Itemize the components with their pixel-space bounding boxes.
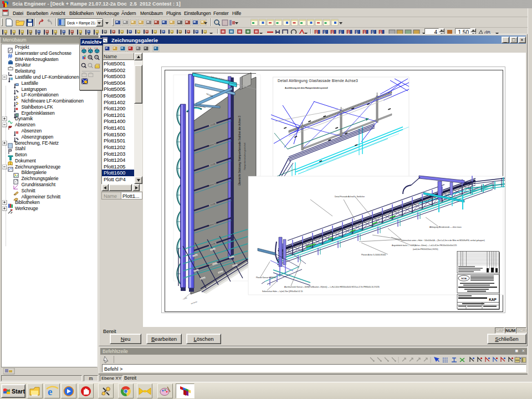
svg-text:(not6,0m IPE200/220x0,2 E255): (not6,0m IPE200/220x0,2 E255) xyxy=(413,248,438,250)
svg-text:Pfosten Konsue HEM100: Pfosten Konsue HEM100 xyxy=(256,277,276,279)
svg-text:y: y xyxy=(88,47,89,49)
svg-text:Pfosten Achse 3+50000,8/1400: Pfosten Achse 3+50000,8/1400 xyxy=(361,254,386,256)
svg-text:Angriebsbefe backe — h0kN(Achs: Angriebsbefe backe — h0kN(Achse +50mm) —… xyxy=(392,244,457,247)
svg-text:KAP: KAP xyxy=(489,298,497,301)
svg-text:Detail Fussade Achse3 + Seitli: Detail Fussade Achse3 + Seitlicher xyxy=(335,196,365,198)
svg-text:Übersicht Stützung Rampenfassa: Übersicht Stützung Rampenfassade Süd bei… xyxy=(238,116,241,186)
svg-text:Abfängung Blendenende — ohne m: Abfängung Blendenende — ohne mass xyxy=(429,226,462,228)
svg-text:Ausführung mit dem Rampenbinde: Ausführung mit dem Rampenbindersystem2 xyxy=(285,87,328,89)
svg-text:Seitenschutz anten + Holm ~ 10: Seitenschutz anten + Holm ~ 100x100x4,A … xyxy=(401,239,485,242)
svg-text:x: x xyxy=(81,47,83,49)
svg-text:SCIA: SCIA xyxy=(461,277,467,280)
svg-text:Detail Abfängung Glasfassade B: Detail Abfängung Glasfassade Blende Achs… xyxy=(278,79,358,83)
svg-text:Rampenkonstruktion gestrichelt: Rampenkonstruktion gestrichelt xyxy=(244,142,246,170)
svg-text:Seltenschutz Holm — l=(m0,70m: Seltenschutz Holm — l=(m0,70m QR90x30x0 … xyxy=(262,290,303,293)
svg-text:z: z xyxy=(95,47,96,49)
svg-text:Alarmfachstufe Konsue + 40kN(P: Alarmfachstufe Konsue + 40kN(Profilbacke… xyxy=(284,286,380,288)
